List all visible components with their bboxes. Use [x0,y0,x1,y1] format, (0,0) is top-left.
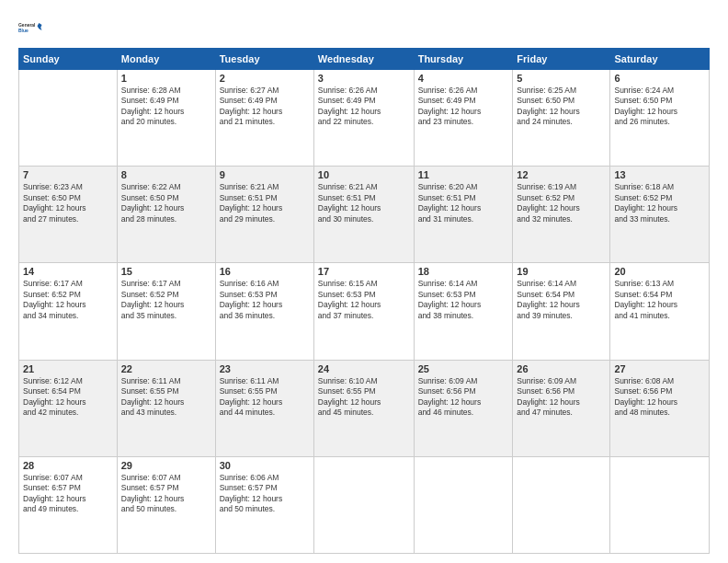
day-number: 7 [23,169,113,180]
calendar-cell: 6Sunrise: 6:24 AMSunset: 6:50 PMDaylight… [610,70,710,167]
calendar-cell [610,456,710,553]
week-row-1: 1Sunrise: 6:28 AMSunset: 6:49 PMDaylight… [19,70,710,167]
calendar-cell: 17Sunrise: 6:15 AMSunset: 6:53 PMDayligh… [313,263,414,360]
day-info: Sunrise: 6:06 AMSunset: 6:57 PMDaylight:… [220,473,310,515]
day-number: 20 [614,266,705,277]
calendar-cell: 1Sunrise: 6:28 AMSunset: 6:49 PMDaylight… [117,70,215,167]
day-number: 21 [23,363,113,374]
day-info: Sunrise: 6:09 AMSunset: 6:56 PMDaylight:… [517,376,606,419]
day-info: Sunrise: 6:23 AMSunset: 6:50 PMDaylight:… [23,182,113,224]
day-info: Sunrise: 6:21 AMSunset: 6:51 PMDaylight:… [318,182,410,224]
day-info: Sunrise: 6:09 AMSunset: 6:56 PMDaylight:… [418,376,509,419]
calendar-cell: 3Sunrise: 6:26 AMSunset: 6:49 PMDaylight… [313,70,414,167]
day-number: 8 [121,169,211,180]
calendar-cell: 25Sunrise: 6:09 AMSunset: 6:56 PMDayligh… [414,360,513,456]
calendar-cell: 28Sunrise: 6:07 AMSunset: 6:57 PMDayligh… [19,456,118,553]
day-info: Sunrise: 6:19 AMSunset: 6:52 PMDaylight:… [517,182,606,224]
day-number: 29 [121,460,211,471]
calendar-cell: 2Sunrise: 6:27 AMSunset: 6:49 PMDaylight… [215,70,313,167]
day-info: Sunrise: 6:17 AMSunset: 6:52 PMDaylight:… [121,279,211,321]
day-number: 4 [418,73,509,84]
calendar-cell: 4Sunrise: 6:26 AMSunset: 6:49 PMDaylight… [414,70,513,167]
calendar-cell: 12Sunrise: 6:19 AMSunset: 6:52 PMDayligh… [513,167,610,263]
calendar-cell: 16Sunrise: 6:16 AMSunset: 6:53 PMDayligh… [215,263,313,360]
calendar-table: SundayMondayTuesdayWednesdayThursdayFrid… [18,48,710,554]
day-number: 2 [220,73,310,84]
day-info: Sunrise: 6:26 AMSunset: 6:49 PMDaylight:… [418,86,509,128]
day-number: 15 [121,266,211,277]
week-row-2: 7Sunrise: 6:23 AMSunset: 6:50 PMDaylight… [19,167,710,263]
day-info: Sunrise: 6:10 AMSunset: 6:55 PMDaylight:… [318,376,410,419]
weekday-header-tuesday: Tuesday [215,49,313,70]
day-number: 16 [220,266,310,277]
day-number: 28 [23,460,113,471]
logo-icon: GeneralBlue [18,15,44,40]
calendar-cell: 26Sunrise: 6:09 AMSunset: 6:56 PMDayligh… [513,360,610,456]
day-number: 17 [318,266,410,277]
day-info: Sunrise: 6:27 AMSunset: 6:49 PMDaylight:… [220,86,310,128]
day-info: Sunrise: 6:28 AMSunset: 6:49 PMDaylight:… [121,86,211,128]
calendar-cell: 21Sunrise: 6:12 AMSunset: 6:54 PMDayligh… [19,360,118,456]
day-number: 18 [418,266,509,277]
calendar-cell: 27Sunrise: 6:08 AMSunset: 6:56 PMDayligh… [610,360,710,456]
weekday-header-row: SundayMondayTuesdayWednesdayThursdayFrid… [19,49,710,70]
day-info: Sunrise: 6:07 AMSunset: 6:57 PMDaylight:… [121,473,211,515]
calendar-cell: 29Sunrise: 6:07 AMSunset: 6:57 PMDayligh… [117,456,215,553]
calendar-cell: 19Sunrise: 6:14 AMSunset: 6:54 PMDayligh… [513,263,610,360]
week-row-5: 28Sunrise: 6:07 AMSunset: 6:57 PMDayligh… [19,456,710,553]
calendar-page: GeneralBlue SundayMondayTuesdayWednesday… [0,0,728,563]
day-info: Sunrise: 6:21 AMSunset: 6:51 PMDaylight:… [220,182,310,224]
day-number: 1 [121,73,211,84]
weekday-header-saturday: Saturday [610,49,710,70]
weekday-header-monday: Monday [117,49,215,70]
logo: GeneralBlue [18,15,44,40]
day-number: 23 [220,363,310,374]
header: GeneralBlue [18,15,710,40]
week-row-3: 14Sunrise: 6:17 AMSunset: 6:52 PMDayligh… [19,263,710,360]
day-info: Sunrise: 6:22 AMSunset: 6:50 PMDaylight:… [121,182,211,224]
calendar-cell [414,456,513,553]
day-info: Sunrise: 6:26 AMSunset: 6:49 PMDaylight:… [318,86,410,128]
week-row-4: 21Sunrise: 6:12 AMSunset: 6:54 PMDayligh… [19,360,710,456]
day-info: Sunrise: 6:12 AMSunset: 6:54 PMDaylight:… [23,376,113,419]
day-info: Sunrise: 6:14 AMSunset: 6:54 PMDaylight:… [517,279,606,321]
calendar-cell: 8Sunrise: 6:22 AMSunset: 6:50 PMDaylight… [117,167,215,263]
day-info: Sunrise: 6:11 AMSunset: 6:55 PMDaylight:… [121,376,211,419]
calendar-cell: 20Sunrise: 6:13 AMSunset: 6:54 PMDayligh… [610,263,710,360]
day-number: 13 [614,169,705,180]
day-number: 12 [517,169,606,180]
day-number: 3 [318,73,410,84]
day-info: Sunrise: 6:15 AMSunset: 6:53 PMDaylight:… [318,279,410,321]
calendar-cell: 9Sunrise: 6:21 AMSunset: 6:51 PMDaylight… [215,167,313,263]
calendar-cell: 24Sunrise: 6:10 AMSunset: 6:55 PMDayligh… [313,360,414,456]
weekday-header-sunday: Sunday [19,49,118,70]
day-info: Sunrise: 6:16 AMSunset: 6:53 PMDaylight:… [220,279,310,321]
day-number: 30 [220,460,310,471]
calendar-cell: 5Sunrise: 6:25 AMSunset: 6:50 PMDaylight… [513,70,610,167]
day-info: Sunrise: 6:11 AMSunset: 6:55 PMDaylight:… [220,376,310,419]
calendar-cell: 30Sunrise: 6:06 AMSunset: 6:57 PMDayligh… [215,456,313,553]
calendar-cell [19,70,118,167]
day-info: Sunrise: 6:14 AMSunset: 6:53 PMDaylight:… [418,279,509,321]
calendar-cell: 15Sunrise: 6:17 AMSunset: 6:52 PMDayligh… [117,263,215,360]
day-number: 6 [614,73,705,84]
day-info: Sunrise: 6:08 AMSunset: 6:56 PMDaylight:… [614,376,705,419]
day-info: Sunrise: 6:17 AMSunset: 6:52 PMDaylight:… [23,279,113,321]
day-number: 25 [418,363,509,374]
day-info: Sunrise: 6:18 AMSunset: 6:52 PMDaylight:… [614,182,705,224]
day-number: 11 [418,169,509,180]
svg-text:Blue: Blue [18,29,28,33]
day-info: Sunrise: 6:20 AMSunset: 6:51 PMDaylight:… [418,182,509,224]
calendar-cell: 22Sunrise: 6:11 AMSunset: 6:55 PMDayligh… [117,360,215,456]
weekday-header-thursday: Thursday [414,49,513,70]
calendar-cell [313,456,414,553]
calendar-cell: 11Sunrise: 6:20 AMSunset: 6:51 PMDayligh… [414,167,513,263]
day-info: Sunrise: 6:25 AMSunset: 6:50 PMDaylight:… [517,86,606,128]
day-number: 5 [517,73,606,84]
day-info: Sunrise: 6:07 AMSunset: 6:57 PMDaylight:… [23,473,113,515]
day-number: 22 [121,363,211,374]
svg-marker-2 [38,23,42,30]
calendar-cell: 10Sunrise: 6:21 AMSunset: 6:51 PMDayligh… [313,167,414,263]
day-number: 19 [517,266,606,277]
calendar-cell [513,456,610,553]
